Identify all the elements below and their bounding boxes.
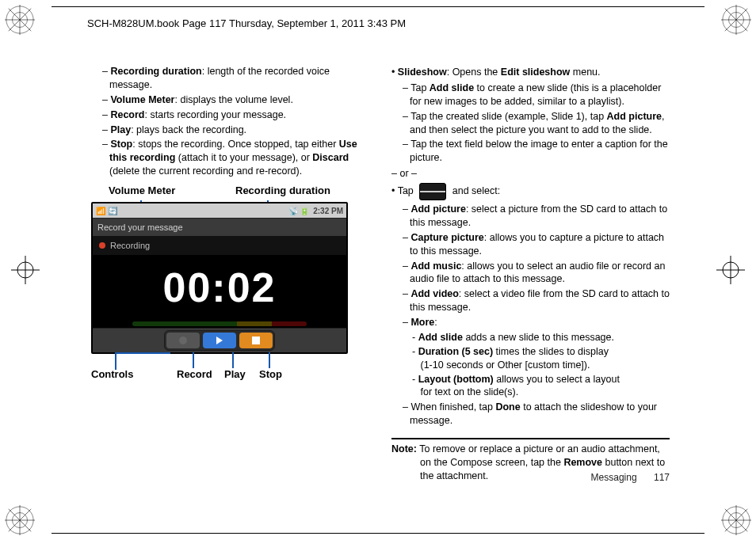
svg-line-10 <box>725 9 748 32</box>
term: Add picture <box>607 111 662 122</box>
svg-point-6 <box>723 6 750 33</box>
text: for text on the slide(s). <box>420 386 518 397</box>
page-content: Recording duration: length of the record… <box>91 63 670 483</box>
svg-line-17 <box>9 509 32 532</box>
cropmark-star-tr <box>721 5 751 35</box>
svg-line-16 <box>9 509 32 532</box>
figure-label-recording-duration: Recording duration <box>235 184 330 196</box>
text: menu. <box>570 67 600 78</box>
page-footer: Messaging 117 <box>591 472 670 483</box>
list-item: Play: plays back the recording. <box>102 124 369 137</box>
term: Capture picture <box>410 232 483 243</box>
svg-point-13 <box>13 513 28 528</box>
svg-line-22 <box>725 509 748 532</box>
desc: (attach it to your message), or <box>175 152 312 163</box>
term: Add picture <box>410 203 465 215</box>
status-icons-right: 📡 🔋 2:32 PM <box>287 207 343 215</box>
term: Slideshow <box>398 67 447 78</box>
list-item: Tap Add slide to create a new slide (thi… <box>403 82 670 108</box>
record-icon <box>179 337 187 344</box>
stop-icon <box>252 337 260 344</box>
term: Done <box>495 401 520 413</box>
play-button[interactable] <box>203 333 236 348</box>
right-column: Slideshow: Opens the Edit slideshow menu… <box>391 63 670 483</box>
term: Add video <box>410 288 458 299</box>
figure-label-record: Record <box>177 368 212 380</box>
term: Volume Meter <box>110 94 174 105</box>
divider <box>391 438 670 439</box>
term: Stop <box>110 139 132 150</box>
term: Discard <box>312 152 349 163</box>
controls-group <box>164 330 275 351</box>
recording-row: Recording <box>93 236 346 255</box>
signal-icon: 📡 🔋 <box>288 207 310 215</box>
term: More <box>410 317 434 328</box>
text: When finished, tap <box>410 401 495 413</box>
text: Tap the text field below the image to en… <box>410 139 668 163</box>
svg-point-27 <box>723 262 739 278</box>
text: (1-10 seconds or Other [custom time]). <box>420 359 590 371</box>
note-label: Note: <box>391 443 417 454</box>
svg-point-7 <box>729 13 744 28</box>
cropmark-star-bl <box>5 505 35 535</box>
figure-label-volume-meter: Volume Meter <box>109 184 175 196</box>
svg-point-19 <box>729 513 744 528</box>
text: and select: <box>452 185 500 196</box>
list-item: Slideshow: Opens the Edit slideshow menu… <box>391 66 670 79</box>
list-item: When finished, tap Done to attach the sl… <box>403 401 670 428</box>
list-item: Layout (bottom) allows you to select a l… <box>412 373 670 400</box>
screenshot: 📶 🔄 📡 🔋 2:32 PM Record your message Reco… <box>91 202 348 354</box>
desc: : displays the volume level. <box>174 94 292 105</box>
status-bar: 📶 🔄 📡 🔋 2:32 PM <box>93 203 346 218</box>
list-item: Duration (5 sec) times the slides to dis… <box>412 345 670 372</box>
list-item: Add video: select a video file from the … <box>403 287 670 314</box>
svg-line-5 <box>9 9 32 32</box>
list-item: Tap and select: <box>391 183 670 200</box>
text: adds a new slide to this message. <box>463 332 614 343</box>
desc: : plays back the recording. <box>131 124 246 135</box>
stop-button[interactable] <box>239 333 273 348</box>
term: Add slide <box>430 82 474 93</box>
svg-line-4 <box>9 9 32 32</box>
text: : Opens the <box>447 67 501 78</box>
svg-point-12 <box>6 507 33 534</box>
term: Add music <box>410 260 461 272</box>
list-item: Volume Meter: displays the volume level. <box>102 93 369 107</box>
term: Play <box>110 124 131 135</box>
svg-point-18 <box>723 507 750 534</box>
svg-line-11 <box>725 9 748 32</box>
running-header: SCH-M828UM.book Page 117 Thursday, Septe… <box>87 17 669 29</box>
svg-line-23 <box>725 509 748 532</box>
figure-label-controls: Controls <box>91 368 133 380</box>
section-name: Messaging <box>591 472 637 483</box>
list-item: More: <box>403 316 670 329</box>
svg-point-24 <box>17 262 33 278</box>
play-icon <box>216 337 223 344</box>
figure-label-stop: Stop <box>259 368 282 380</box>
term: Remove <box>563 457 602 468</box>
list-item: Add picture: select a picture from the S… <box>403 203 670 230</box>
page-number: 117 <box>654 472 670 483</box>
desc: : starts recording your message. <box>145 109 287 120</box>
recording-label: Recording <box>110 241 150 250</box>
list-item: Capture picture: allows you to capture a… <box>403 231 670 258</box>
list-item: Add music: allows you to select an audio… <box>403 260 670 287</box>
cropmark-cross-right <box>716 256 745 284</box>
desc: (delete the current recording and re-rec… <box>109 165 302 177</box>
left-column: Recording duration: length of the record… <box>91 63 369 483</box>
status-icons-left: 📶 🔄 <box>96 207 117 215</box>
list-item: Stop: stops the recording. Once stopped,… <box>102 138 369 178</box>
list-item: Tap the text field below the image to en… <box>403 138 670 165</box>
term: Recording duration <box>110 66 201 77</box>
record-button[interactable] <box>166 333 200 348</box>
record-indicator-icon <box>99 242 105 249</box>
text: Tap <box>410 82 430 93</box>
list-item: Recording duration: length of the record… <box>102 65 369 92</box>
text: times the slides to display <box>493 346 609 357</box>
list-item: Record: starts recording your message. <box>102 108 369 122</box>
window-title: Record your message <box>93 218 346 236</box>
term: Duration (5 sec) <box>418 346 493 357</box>
cropmark-star-tl <box>5 5 35 35</box>
list-item: Tap the created slide (example, Slide 1)… <box>403 110 670 137</box>
term: Record <box>110 109 144 120</box>
